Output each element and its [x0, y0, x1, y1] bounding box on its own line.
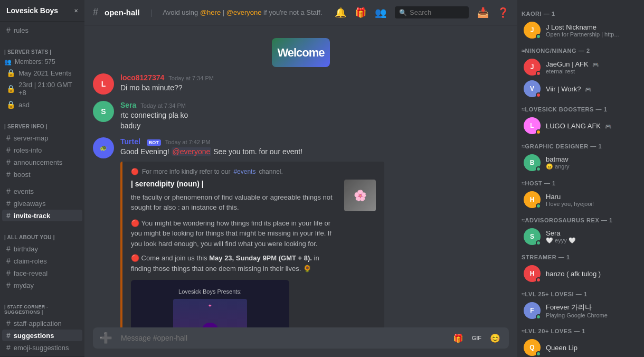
sidebar-item-23rd[interactable]: 🔒 23rd | 21:00 GMT +8 [2, 79, 82, 98]
member-item[interactable]: H Haru I love you, hyejooi! [519, 189, 642, 210]
help-button[interactable]: ❓ [497, 7, 509, 18]
status-indicator [536, 34, 541, 39]
sidebar-item-announcements[interactable]: # announcements [2, 156, 82, 168]
everyone-highlight: @everyone [172, 147, 212, 156]
events-channel-mention[interactable]: #events [233, 168, 255, 175]
status-indicator [536, 92, 541, 98]
sidebar-item-giveaways[interactable]: # giveaways [2, 198, 82, 209]
member-item[interactable]: V Viir | Work? 🎮 [519, 78, 642, 99]
member-item[interactable]: B batmav 😠 angry [519, 152, 642, 173]
sidebar-item-members: 👥 Members: 575 [0, 57, 84, 67]
embed-description: the faculty or phenomenon of find valuab… [131, 192, 338, 213]
member-name: J Lost Nickname [546, 23, 638, 31]
members-category: ≈GRAPHIC DESIGNER — 1 [517, 137, 644, 152]
channel-label: asd [18, 101, 30, 109]
channel-label: boost [14, 171, 31, 178]
left-sidebar: Lovesick Boys ✕ # rules | SERVER STATS |… [0, 0, 84, 357]
member-item[interactable]: J J Lost Nickname Open for Partnership |… [519, 20, 642, 41]
sidebar-item-server-map[interactable]: # server-map [2, 132, 82, 144]
channel-hash-icon: # [93, 7, 98, 18]
members-button[interactable]: 👥 [375, 7, 386, 18]
server-header[interactable]: Lovesick Boys ✕ [0, 0, 84, 22]
member-name: batmav [546, 155, 638, 163]
add-attachment-button[interactable]: ➕ [99, 327, 117, 349]
message-text: Good Evening! @everyone See you tom. for… [120, 147, 509, 157]
inbox-button[interactable]: 📥 [477, 7, 489, 18]
emoji-button[interactable]: 😊 [488, 331, 503, 345]
avatar: H [524, 265, 541, 282]
member-item[interactable]: H hanzo ( afk tulog ) [519, 263, 642, 284]
avatar: F [524, 302, 541, 319]
member-item[interactable]: F Forever 가리나 Playing Google Chrome [519, 300, 642, 321]
status-indicator [536, 277, 541, 283]
here-mention: @here [200, 8, 221, 16]
members-count: Members: 575 [15, 58, 55, 65]
status-indicator [536, 240, 541, 246]
sidebar-item-may-events[interactable]: 🔒 May 2021 Events [2, 67, 82, 79]
sidebar-item-emoji-suggestions[interactable]: # emoji-suggestions [2, 342, 82, 353]
avatar: L [524, 117, 541, 134]
member-item[interactable]: S Sera 🤍 eyyy 🤍 [519, 226, 642, 247]
embed-info-after: channel. [259, 168, 282, 175]
status-indicator [536, 203, 541, 209]
hash-icon: # [6, 134, 11, 142]
channel-label: rules [14, 26, 29, 34]
sidebar-item-boost[interactable]: # boost [2, 168, 82, 180]
message-group: L loco8127374 Today at 7:34 PM Di mo ba … [84, 71, 517, 97]
member-name: Viir | Work? 🎮 [546, 85, 638, 93]
poster-illustration: Bakit mo nilalabas yung Thingy? ✦ [173, 299, 247, 327]
gift-button[interactable]: 🎁 [451, 331, 466, 345]
messages-area: Welcome L loco8127374 Today at 7:34 PM D… [84, 25, 517, 327]
member-name: Forever 가리나 [546, 303, 638, 312]
sidebar-item-suggestions[interactable]: # suggestions [2, 330, 82, 341]
hash-icon: # [6, 187, 11, 195]
sidebar-item-asd[interactable]: 🔒 asd [2, 99, 82, 110]
bot-badge: BOT [147, 139, 161, 146]
channel-label: 23rd | 21:00 GMT +8 [18, 81, 78, 97]
sidebar-item-invite-track[interactable]: # invite-track [2, 210, 82, 221]
member-status-text: Open for Partnership | http... [546, 31, 638, 37]
gif-button[interactable]: GIF [470, 331, 484, 345]
avatar: H [524, 191, 541, 208]
bell-button[interactable]: 🔔 [335, 7, 346, 18]
sidebar-item-roles-info[interactable]: # roles-info [2, 144, 82, 156]
members-category: ≈LOVESICK BOOSTERS — 1 [517, 100, 644, 115]
avatar: Q [524, 339, 541, 356]
status-indicator [536, 314, 541, 320]
hash-icon: # [6, 170, 11, 178]
category-server-info: | SERVER INFO | [0, 115, 84, 131]
hash-icon: # [6, 281, 11, 289]
sidebar-item-rules[interactable]: # rules [2, 24, 82, 36]
sidebar-item-myday[interactable]: # myday [2, 279, 82, 291]
message-input[interactable] [117, 328, 451, 347]
embed-thumbnail: 🌸 [344, 180, 376, 211]
channel-name: open-hall [105, 8, 140, 17]
hash-icon: # [6, 199, 11, 208]
sidebar-item-events[interactable]: # events [2, 185, 82, 197]
welcome-image: Welcome [272, 38, 330, 67]
svg-point-1 [203, 323, 217, 327]
event-poster: Lovesick Boys Presents: [131, 280, 289, 327]
message-text: Di mo ba minute?? [120, 83, 509, 93]
status-indicator [536, 129, 541, 135]
message-content: loco8127374 Today at 7:34 PM Di mo ba mi… [120, 73, 509, 95]
members-category: STREAMER — 1 [517, 248, 644, 262]
channel-label: staff-application [14, 320, 62, 327]
members-category: ≈NINONG/NINANG — 2 [517, 41, 644, 56]
sidebar-item-birthday[interactable]: # birthday [2, 243, 82, 255]
sidebar-item-staff-application[interactable]: # staff-application [2, 317, 82, 329]
sidebar-item-face-reveal[interactable]: # face-reveal [2, 267, 82, 279]
everyone-mention: @everyone [226, 8, 262, 16]
channel-topic: Avoid using @here | @everyone if you're … [163, 8, 322, 16]
member-name: Haru [546, 193, 638, 201]
message-username: loco8127374 [120, 73, 164, 82]
avatar: S [93, 101, 114, 122]
sidebar-item-claim-roles[interactable]: # claim-roles [2, 255, 82, 267]
message-content: Turtel BOT Today at 7:42 PM Good Evening… [120, 137, 509, 327]
hash-icon: # [6, 319, 11, 327]
member-item[interactable]: Q Queen Lip [519, 337, 642, 357]
member-item[interactable]: L LUGO LANG AFK 🎮 [519, 115, 642, 136]
nitro-button[interactable]: 🎁 [355, 7, 366, 18]
member-item[interactable]: J JaeGun | AFK 🎮 eternal rest [519, 57, 642, 78]
message-timestamp: Today at 7:34 PM [168, 75, 214, 81]
